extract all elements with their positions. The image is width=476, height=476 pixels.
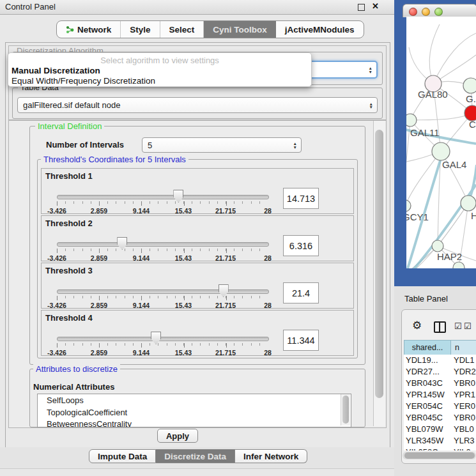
slider-thumb[interactable] (219, 284, 229, 297)
mode-tabbar: Impute Data Discretize Data Infer Networ… (89, 449, 307, 463)
threshold-4-slider: -3.426 2.859 9.144 15.43 21.715 28 (57, 334, 268, 355)
node-h[interactable] (461, 196, 476, 211)
slider-thumb[interactable] (117, 237, 127, 250)
threshold-1-value-field[interactable]: 14.713 (283, 188, 319, 209)
threshold-2-value-field[interactable]: 6.316 (283, 235, 319, 256)
cell-shared-name: YER054C (406, 401, 443, 411)
table-row[interactable]: YPR145WYPR1 (404, 389, 476, 401)
tab-network[interactable]: Network (57, 21, 121, 38)
node-top-right[interactable] (463, 78, 476, 93)
column-header-shared-name[interactable]: shared... (404, 340, 451, 355)
tick-label: -3.426 (47, 349, 66, 357)
tick-label: -3.426 (47, 302, 66, 309)
num-intervals-combobox[interactable]: 5 ▲ ▼ (142, 137, 302, 153)
tab-cyni-toolbox[interactable]: Cyni Toolbox (204, 21, 276, 38)
cell-name: YLR3 (454, 436, 475, 445)
tick-label: 21.715 (215, 207, 236, 215)
attributes-list-scrollbar-thumb[interactable] (342, 395, 349, 424)
list-item[interactable]: BetweennessCentrality (38, 418, 351, 427)
slider-thumb[interactable] (151, 332, 161, 344)
cell-name: YIL0 (454, 447, 471, 450)
slider-thumb[interactable] (173, 190, 183, 203)
settings-scrollbar[interactable] (373, 121, 385, 426)
dropdown-option-equal-width[interactable]: Equal Width/Frequency Discretization (12, 76, 155, 86)
table-row[interactable]: YIL052CYIL0 (404, 447, 476, 450)
cell-shared-name: YDL19... (406, 355, 438, 365)
node-gal11[interactable] (406, 114, 417, 127)
thresholds-group-title: Threshold's Coordinates for 5 Intervals (41, 155, 188, 164)
network-graph: GAL80 G. C GAL11 GAL4 GCY1 H HAP2 (406, 17, 476, 268)
close-icon[interactable]: ✕ (372, 1, 379, 11)
table-row[interactable]: YDL19...YDL1 (404, 355, 476, 366)
list-item[interactable]: TopologicalCoefficient (38, 406, 351, 418)
float-window-icon[interactable] (358, 4, 365, 11)
tab-select[interactable]: Select (160, 21, 204, 38)
spinner-down-icon: ▼ (293, 145, 297, 149)
cell-name: YDL1 (454, 355, 475, 365)
settings-scrollbar-thumb[interactable] (375, 130, 383, 398)
network-window-titlebar[interactable] (403, 4, 476, 17)
numerical-attributes-list[interactable]: SelfLoops TopologicalCoefficient Between… (37, 394, 351, 427)
node-label: GAL80 (418, 89, 448, 100)
tab-jactivemnodules[interactable]: jActiveMNodules (276, 21, 364, 38)
node-gal4[interactable] (432, 142, 450, 160)
tick-label: 15.43 (175, 207, 192, 215)
tab-discretize-data[interactable]: Discretize Data (156, 449, 235, 463)
numerical-attributes-label: Numerical Attributes (33, 382, 114, 392)
threshold-1-label: Threshold 1 (45, 171, 93, 181)
slider-track[interactable] (57, 337, 269, 341)
attributes-list-scrollbar[interactable] (341, 394, 350, 426)
tab-impute-data[interactable]: Impute Data (89, 449, 156, 463)
cell-name: YBR0 (454, 378, 475, 388)
slider-track[interactable] (57, 289, 269, 294)
table-data-combobox[interactable]: galFiltered.sif default node ▲ ▼ (17, 97, 378, 113)
table-row[interactable]: YDR27...YDR2 (404, 366, 476, 378)
threshold-2-slider: -3.426 2.859 9.144 15.43 21.715 28 (57, 239, 268, 261)
threshold-4-value-field[interactable]: 11.344 (283, 330, 319, 351)
network-canvas[interactable]: GAL80 G. C GAL11 GAL4 GCY1 H HAP2 (406, 17, 476, 268)
control-panel-tabbar: Network Style Select Cyni Toolbox jActiv… (56, 20, 364, 38)
cell-shared-name: YBR045C (406, 413, 443, 422)
tab-select-label: Select (169, 25, 195, 35)
select-all-checkbox-icon[interactable]: ☑ (454, 321, 462, 331)
table-row[interactable]: YBR045CYBR0 (404, 412, 476, 424)
select-columns-checkbox-icon[interactable]: ☑ (464, 321, 472, 331)
node-hap2[interactable] (432, 240, 443, 252)
spinner-down-icon: ▼ (369, 70, 372, 73)
cell-name: YDR2 (454, 367, 476, 376)
cell-name: YER0 (454, 401, 475, 411)
table-row[interactable]: YER054CYER0 (404, 401, 476, 412)
node-gcy1[interactable] (406, 200, 411, 211)
slider-track[interactable] (57, 195, 269, 199)
threshold-3-value-field[interactable]: 21.4 (283, 282, 319, 303)
table-row[interactable]: YBL079WYBL0 (404, 424, 476, 435)
table-row[interactable]: YLR345WYLR3 (404, 435, 476, 447)
column-header-name[interactable]: n (450, 340, 476, 355)
tick-label: 15.43 (175, 349, 192, 357)
threshold-2-label: Threshold 2 (45, 219, 93, 228)
zoom-traffic-light-icon[interactable] (434, 8, 443, 16)
apply-button[interactable]: Apply (157, 429, 198, 443)
table-data-value: galFiltered.sif default node (23, 100, 120, 110)
tick-label: 15.43 (175, 302, 192, 309)
close-traffic-light-icon[interactable] (409, 8, 417, 16)
tab-infer-network[interactable]: Infer Network (235, 449, 307, 463)
table-horizontal-scrollbar[interactable] (403, 452, 476, 459)
cell-shared-name: YBL079W (406, 424, 443, 434)
tick-label: -3.426 (47, 207, 66, 215)
gear-icon[interactable]: ⚙ (412, 319, 422, 332)
table-horizontal-scrollbar-thumb[interactable] (404, 452, 475, 459)
dropdown-option-manual[interactable]: Manual Discretization (12, 66, 100, 75)
combo-spinner: ▲ ▼ (293, 142, 297, 149)
node-label: C (469, 119, 476, 130)
tab-style[interactable]: Style (121, 21, 160, 38)
split-view-icon[interactable] (434, 321, 446, 333)
minimize-traffic-light-icon[interactable] (422, 8, 430, 16)
slider-tick-labels: -3.426 2.859 9.144 15.43 21.715 28 (57, 349, 268, 356)
panel-title: Control Panel (5, 2, 56, 12)
table-row[interactable]: YBR043CYBR0 (404, 378, 476, 389)
slider-track[interactable] (57, 242, 269, 247)
tick-label: 21.715 (215, 349, 236, 357)
tick-label: 28 (264, 349, 272, 357)
list-item[interactable]: SelfLoops (38, 394, 351, 406)
